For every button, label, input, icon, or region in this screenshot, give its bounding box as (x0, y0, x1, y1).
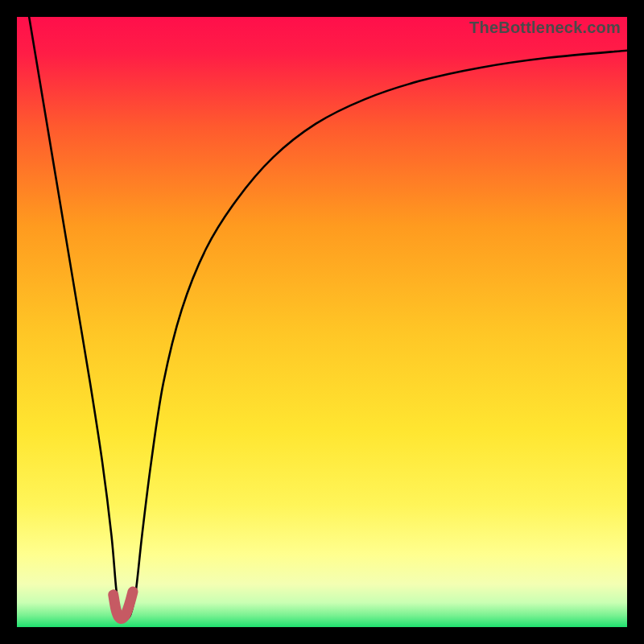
chart-svg (17, 17, 627, 627)
watermark-text: TheBottleneck.com (469, 17, 627, 37)
plot-area (17, 17, 627, 627)
gradient-background (17, 17, 627, 627)
chart-frame: TheBottleneck.com (0, 0, 644, 644)
